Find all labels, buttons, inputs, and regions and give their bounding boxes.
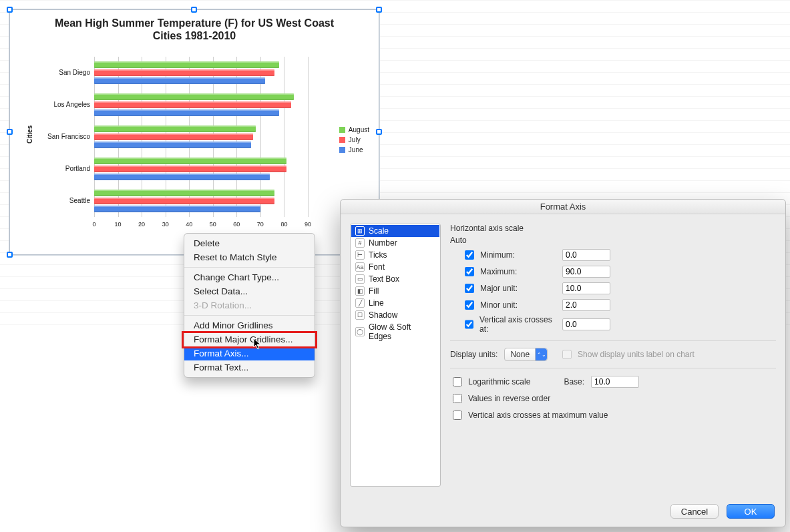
x-tick-label: 50 [207,221,219,228]
context-menu-item[interactable]: Reset to Match Style [184,250,315,264]
context-menu-item: 3-D Rotation... [184,298,315,312]
context-menu-item[interactable]: Add Minor Gridlines [184,318,315,332]
resize-handle[interactable] [376,129,382,135]
category-list-item[interactable]: ◯Glow & Soft Edges [351,321,439,342]
gridline [308,57,309,217]
maximum-input[interactable] [562,266,610,278]
category-icon: Aa [355,262,365,272]
bar[interactable] [94,101,291,108]
category-icon: ☐ [355,310,365,320]
minor-unit-checkbox[interactable] [465,300,474,310]
bar[interactable] [94,109,279,116]
vcross-input[interactable] [562,318,610,330]
legend-item-label: June [349,146,363,154]
chevron-updown-icon: ⌃⌄ [535,348,547,360]
display-units-select[interactable]: None ⌃⌄ [504,348,548,361]
resize-handle[interactable] [376,7,382,13]
context-menu-item[interactable]: Change Chart Type... [184,270,315,284]
context-menu-item[interactable]: Format Major Gridlines... [184,332,315,346]
major-unit-input[interactable] [562,282,610,294]
category-label: Scale [369,226,389,236]
category-list-item[interactable]: ⊢Ticks [351,249,439,261]
category-label: Los Angeles [41,101,90,108]
category-icon: ◯ [355,327,365,336]
section-title: Horizontal axis scale [450,224,776,233]
legend-swatch-icon [339,137,345,143]
bar[interactable] [94,93,294,100]
gridline [284,57,284,217]
reverse-order-label: Values in reverse order [468,394,550,403]
menu-separator [184,267,315,268]
category-list-item[interactable]: AaFont [351,261,439,273]
bar[interactable] [94,206,260,212]
bar[interactable] [94,77,265,84]
menu-separator [184,315,315,316]
resize-handle[interactable] [7,252,13,258]
major-unit-checkbox[interactable] [465,284,474,293]
resize-handle[interactable] [7,7,13,13]
x-tick-label: 30 [160,221,172,228]
minimum-input[interactable] [562,249,610,261]
legend[interactable]: August July June [339,123,369,156]
bar[interactable] [94,69,274,76]
x-tick-label: 10 [112,221,124,228]
resize-handle[interactable] [191,7,197,13]
bar[interactable] [94,166,286,172]
bar[interactable] [94,174,270,180]
ok-button[interactable]: OK [727,504,775,519]
reverse-order-checkbox[interactable] [453,394,462,403]
context-menu-item[interactable]: Format Axis... [184,346,315,360]
bar[interactable] [94,134,253,140]
category-list[interactable]: ⊞Scale#Number⊢TicksAaFont▭Text Box◧Fill╱… [350,224,441,487]
bar[interactable] [94,61,279,68]
bar[interactable] [94,198,274,204]
category-icon: ▭ [355,274,365,284]
minimum-label: Minimum: [480,250,515,260]
bar[interactable] [94,190,274,196]
legend-swatch-icon [339,127,345,133]
base-input[interactable] [591,376,639,388]
bar[interactable] [94,142,251,148]
y-axis-label[interactable]: Cities [26,125,33,144]
cancel-button[interactable]: Cancel [670,504,719,519]
show-display-units-checkbox[interactable] [562,350,572,359]
log-scale-checkbox[interactable] [453,377,462,386]
vcross-max-label: Vertical axis crosses at maximum value [468,411,608,420]
category-label: Shadow [369,310,397,320]
format-axis-dialog: Format Axis ⊞Scale#Number⊢TicksAaFont▭Te… [340,199,786,527]
category-list-item[interactable]: ◧Fill [351,285,439,297]
minor-unit-input[interactable] [562,299,610,311]
category-icon: ╱ [355,298,365,308]
legend-swatch-icon [339,147,345,153]
x-tick-label: 20 [136,221,148,228]
chart-title[interactable]: Mean High Summer Temperature (F) for US … [10,10,379,43]
resize-handle[interactable] [7,129,13,135]
category-label: Fill [369,286,379,296]
vcross-max-checkbox[interactable] [453,411,462,420]
minimum-checkbox[interactable] [465,250,474,260]
context-menu-item[interactable]: Delete [184,236,315,250]
chart-object[interactable]: Mean High Summer Temperature (F) for US … [9,9,379,255]
category-list-item[interactable]: #Number [351,237,439,249]
maximum-checkbox[interactable] [465,267,474,276]
bar[interactable] [94,125,256,132]
vcross-checkbox[interactable] [465,320,473,329]
category-label: Portland [41,165,90,172]
context-menu-item[interactable]: Select Data... [184,284,315,298]
category-list-item[interactable]: ╱Line [351,297,439,309]
plot-area[interactable]: 0102030405060708090San DiegoLos AngelesS… [39,57,320,242]
bar[interactable] [94,158,286,164]
base-label: Base: [564,377,584,386]
x-tick-label: 80 [278,221,290,228]
category-list-item[interactable]: ☐Shadow [351,309,439,321]
category-label: San Francisco [41,133,90,140]
context-menu-item[interactable]: Format Text... [184,360,315,374]
maximum-label: Maximum: [480,267,517,276]
show-display-units-label: Show display units label on chart [578,350,695,359]
category-list-item[interactable]: ⊞Scale [351,225,439,237]
category-list-item[interactable]: ▭Text Box [351,273,439,285]
category-label: Text Box [369,274,399,284]
category-icon: ⊢ [355,250,365,260]
x-tick-label: 40 [183,221,195,228]
vcross-label: Vertical axis crosses at: [479,315,556,334]
